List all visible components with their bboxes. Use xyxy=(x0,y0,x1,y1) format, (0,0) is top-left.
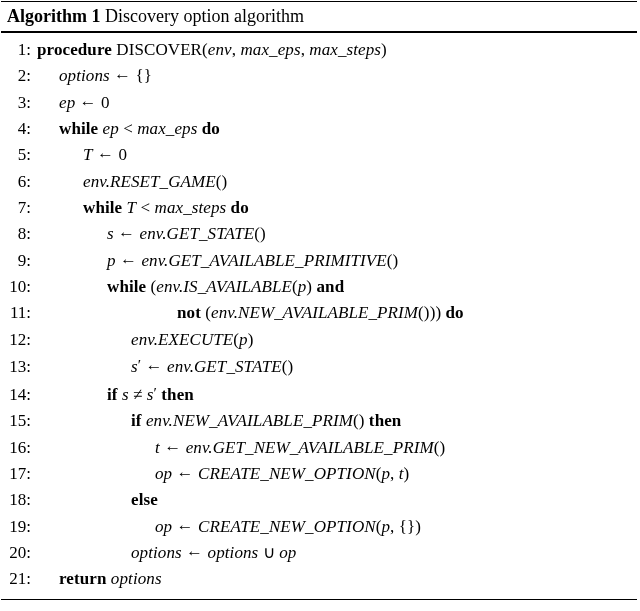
arg: p xyxy=(381,464,390,483)
var: ep xyxy=(59,93,75,112)
arrow: ← xyxy=(172,517,198,536)
paren-close: ) xyxy=(415,517,421,536)
paren-close: )) xyxy=(430,303,442,322)
line-content: t ← env.GET_NEW_AVAILABLE_PRIM() xyxy=(35,435,445,461)
line-content: else xyxy=(35,487,158,513)
paren: () xyxy=(434,438,446,457)
kw-if: if xyxy=(131,411,146,430)
neq: ≠ xyxy=(129,385,147,404)
line-number: 12: xyxy=(1,327,35,353)
algo-line: 6: env.RESET_GAME() xyxy=(1,169,637,195)
kw-then: then xyxy=(157,385,194,404)
call: CREATE_NEW_OPTION xyxy=(198,464,376,483)
var: op xyxy=(279,543,296,562)
var: options xyxy=(131,543,182,562)
call: GET_AVAILABLE_PRIMITIVE xyxy=(168,251,386,270)
var: T xyxy=(127,198,137,217)
arrow: ← xyxy=(114,224,140,243)
var: ep xyxy=(103,119,119,138)
line-number: 16: xyxy=(1,435,35,461)
val: 0 xyxy=(101,93,110,112)
arrow: ← xyxy=(75,93,101,112)
call: GET_NEW_AVAILABLE_PRIM xyxy=(213,438,434,457)
line-content: not (env.NEW_AVAILABLE_PRIM())) do xyxy=(35,300,464,326)
line-content: if env.NEW_AVAILABLE_PRIM() then xyxy=(35,408,401,434)
line-content: p ← env.GET_AVAILABLE_PRIMITIVE() xyxy=(35,248,398,274)
arrow: ← xyxy=(182,543,208,562)
algo-line: 19: op ← CREATE_NEW_OPTION(p, {}) xyxy=(1,514,637,540)
line-number: 14: xyxy=(1,382,35,408)
cup: ∪ xyxy=(258,543,279,562)
algorithm-body: 1: procedure DISCOVER(env, max_eps, max_… xyxy=(1,32,637,600)
line-number: 21: xyxy=(1,566,35,592)
call: NEW_AVAILABLE_PRIM xyxy=(173,411,353,430)
line-content: op ← CREATE_NEW_OPTION(p, t) xyxy=(35,461,409,487)
arrow: ← xyxy=(116,251,142,270)
var: options xyxy=(59,66,110,85)
line-content: options ← options ∪ op xyxy=(35,540,296,566)
call: RESET_GAME xyxy=(110,172,216,191)
var: p xyxy=(107,251,116,270)
call: GET_STATE xyxy=(194,357,282,376)
call: GET_STATE xyxy=(167,224,255,243)
algo-line: 15: if env.NEW_AVAILABLE_PRIM() then xyxy=(1,408,637,434)
kw-while: while xyxy=(83,198,127,217)
line-number: 5: xyxy=(1,142,35,168)
line-number: 13: xyxy=(1,354,35,380)
lt: < xyxy=(136,198,154,217)
line-number: 8: xyxy=(1,221,35,247)
line-number: 18: xyxy=(1,487,35,513)
algorithm-title: Discovery option algorithm xyxy=(105,6,304,26)
paren-close: ) xyxy=(404,464,410,483)
paren: () xyxy=(418,303,430,322)
kw-while: while xyxy=(107,277,151,296)
comma: , xyxy=(390,464,399,483)
algo-line: 12: env.EXECUTE(p) xyxy=(1,327,637,353)
algo-line: 2: options ← {} xyxy=(1,63,637,89)
line-number: 2: xyxy=(1,63,35,89)
proc-arg: max_eps xyxy=(240,40,300,59)
proc-arg: env xyxy=(208,40,232,59)
obj: env xyxy=(211,303,234,322)
algorithm-header: Algorithm 1 Discovery option algorithm xyxy=(1,2,637,32)
line-content: procedure DISCOVER(env, max_eps, max_ste… xyxy=(35,37,387,63)
line-number: 17: xyxy=(1,461,35,487)
line-content: op ← CREATE_NEW_OPTION(p, {}) xyxy=(35,514,421,540)
line-number: 19: xyxy=(1,514,35,540)
kw-do: do xyxy=(226,198,249,217)
line-content: ep ← 0 xyxy=(35,90,110,116)
line-content: T ← 0 xyxy=(35,142,127,168)
line-content: while T < max_steps do xyxy=(35,195,249,221)
call: NEW_AVAILABLE_PRIM xyxy=(238,303,418,322)
paren-close: ) xyxy=(248,330,254,349)
var: s xyxy=(131,357,138,376)
kw-and: and xyxy=(312,277,344,296)
val: 0 xyxy=(118,145,127,164)
kw-do: do xyxy=(441,303,464,322)
var: options xyxy=(208,543,259,562)
paren: () xyxy=(282,357,294,376)
kw-return: return xyxy=(59,569,111,588)
paren: () xyxy=(254,224,266,243)
algo-line: 11: not (env.NEW_AVAILABLE_PRIM())) do xyxy=(1,300,637,326)
kw-procedure: procedure xyxy=(37,40,112,59)
var: options xyxy=(111,569,162,588)
arrow: ← xyxy=(160,438,186,457)
var: op xyxy=(155,517,172,536)
var: max_eps xyxy=(137,119,197,138)
obj: env xyxy=(186,438,209,457)
arrow: ← xyxy=(110,66,136,85)
val: {} xyxy=(136,66,153,85)
line-content: env.RESET_GAME() xyxy=(35,169,227,195)
algo-line: 3: ep ← 0 xyxy=(1,90,637,116)
arrow: ← xyxy=(172,464,198,483)
algo-line: 13: s′ ← env.GET_STATE() xyxy=(1,353,637,381)
arrow: ← xyxy=(141,357,167,376)
call: CREATE_NEW_OPTION xyxy=(198,517,376,536)
line-content: while (env.IS_AVAILABLE(p) and xyxy=(35,274,344,300)
algo-line: 1: procedure DISCOVER(env, max_eps, max_… xyxy=(1,37,637,63)
algo-line: 4: while ep < max_eps do xyxy=(1,116,637,142)
line-number: 9: xyxy=(1,248,35,274)
var: max_steps xyxy=(155,198,227,217)
proc-name: DISCOVER xyxy=(116,40,202,59)
